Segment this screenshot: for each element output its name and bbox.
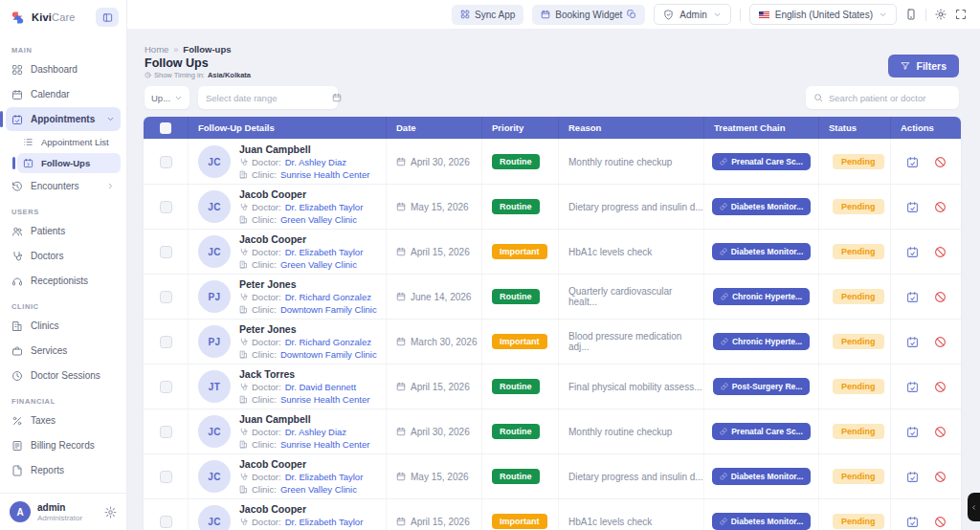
followup-date: April 15, 2026 [411,247,470,257]
sidebar-item-encounters[interactable]: Encounters [6,174,121,198]
sidebar-item-doctor-sessions[interactable]: Doctor Sessions [6,364,121,387]
cancel-icon[interactable] [934,471,947,483]
side-panel-toggle[interactable] [968,493,980,521]
calendar-icon [396,472,406,481]
sidebar-item-receptionists[interactable]: Receptionists [6,269,121,293]
fullscreen-icon[interactable] [955,9,967,20]
clinic-link[interactable]: Green Valley Clinic [280,259,357,270]
row-checkbox[interactable] [160,201,172,213]
filters-button[interactable]: Filters [888,55,959,77]
sidebar-item-reports[interactable]: Reports [6,458,121,482]
treatment-chain-pill[interactable]: Diabetes Monitor... [712,243,812,260]
sidebar-collapse-button[interactable] [96,8,119,27]
row-checkbox[interactable] [160,381,172,393]
reschedule-calendar-icon[interactable] [906,291,919,303]
breadcrumb-home[interactable]: Home [145,44,168,55]
row-checkbox[interactable] [160,246,172,258]
cancel-icon[interactable] [934,381,947,393]
device-icon[interactable] [905,9,917,20]
row-checkbox[interactable] [160,156,172,168]
sidebar-item-services[interactable]: Services [6,339,121,363]
patient-name: Jacob Cooper [239,233,363,245]
reschedule-calendar-icon[interactable] [906,426,919,438]
search-input[interactable] [829,93,955,103]
select-all-checkbox[interactable] [144,117,188,139]
cancel-icon[interactable] [934,426,947,438]
sync-app-button[interactable]: Sync App [452,5,523,25]
treatment-chain-pill[interactable]: Prenatal Care Sc... [712,153,811,170]
sidebar-item-appointment-list[interactable]: Appointment List [17,132,121,152]
doctor-link[interactable]: Dr. Ashley Diaz [285,427,346,437]
doctor-link[interactable]: Dr. Richard Gonzalez [285,292,371,302]
cancel-icon[interactable] [934,291,947,303]
row-checkbox[interactable] [160,516,172,528]
sidebar-user[interactable]: A admin Administrator [0,493,126,530]
doctor-link[interactable]: Dr. Elizabeth Taylor [285,472,364,482]
treatment-chain-pill[interactable]: Prenatal Care Sc... [712,423,811,440]
reschedule-calendar-icon[interactable] [906,336,919,348]
row-checkbox[interactable] [160,291,172,303]
clinic-link[interactable]: Sunrise Health Center [280,169,369,180]
cancel-icon[interactable] [934,156,947,168]
type-filter-select[interactable]: Up... [145,86,189,109]
clinic-link[interactable]: Downtown Family Clinic [280,349,377,360]
sidebar-item-clinics[interactable]: Clinics [6,314,121,338]
reschedule-calendar-icon[interactable] [906,381,919,393]
doctor-link[interactable]: Dr. Elizabeth Taylor [285,247,364,257]
doctor-link[interactable]: Dr. David Bennett [285,382,356,392]
date-range-field[interactable] [198,86,338,109]
treatment-chain-label: Diabetes Monitor... [731,472,804,481]
sidebar-item-follow-ups[interactable]: Follow-Ups [17,153,121,173]
clinic-link[interactable]: Green Valley Clinic [280,214,357,225]
sidebar-item-taxes[interactable]: Taxes [6,409,121,432]
clinic-link[interactable]: Downtown Family Clinic [280,304,377,315]
booking-widget-button[interactable]: Booking Widget [532,5,645,25]
language-dropdown[interactable]: English (United States) [749,4,897,25]
priority-badge: Routine [492,289,540,304]
clinic-link[interactable]: Sunrise Health Center [280,394,369,405]
sidebar-item-appointments[interactable]: Appointments [6,107,121,131]
search-field[interactable] [806,86,959,109]
patient-name: Juan Campbell [239,413,369,425]
treatment-chain-label: Post-Surgery Re... [732,382,803,391]
treatment-chain-pill[interactable]: Chronic Hyperte... [713,288,810,305]
doctor-link[interactable]: Dr. Elizabeth Taylor [285,517,364,527]
reschedule-calendar-icon[interactable] [906,516,919,528]
row-checkbox[interactable] [160,471,172,483]
treatment-chain-pill[interactable]: Diabetes Monitor... [712,513,812,530]
treatment-chain-pill[interactable]: Diabetes Monitor... [712,468,812,485]
building-icon [239,305,248,314]
sidebar-item-label: Follow-Ups [41,158,90,168]
date-range-input[interactable] [206,93,332,103]
row-checkbox[interactable] [160,336,172,348]
sidebar-item-doctors[interactable]: Doctors [6,244,121,268]
sidebar-item-calendar[interactable]: Calendar [6,82,121,106]
cancel-icon[interactable] [934,246,947,258]
reschedule-calendar-icon[interactable] [906,201,919,213]
theme-sun-icon[interactable] [935,9,947,20]
clinic-link[interactable]: Sunrise Health Center [280,439,369,450]
admin-dropdown[interactable]: Admin [654,4,730,25]
doctor-link[interactable]: Dr. Ashley Diaz [285,157,346,167]
status-badge: Pending [833,469,884,484]
cancel-icon[interactable] [934,201,947,213]
reschedule-calendar-icon[interactable] [906,156,919,168]
sidebar-item-billing-records[interactable]: Billing Records [6,433,121,457]
sidebar-item-patients[interactable]: Patients [6,219,121,243]
treatment-chain-pill[interactable]: Diabetes Monitor... [712,198,812,215]
doctor-link[interactable]: Dr. Elizabeth Taylor [285,202,364,212]
treatment-chain-label: Diabetes Monitor... [731,517,804,526]
gear-icon[interactable] [104,506,117,519]
chevron-down-icon [174,94,183,102]
doctor-link[interactable]: Dr. Richard Gonzalez [285,337,371,347]
reschedule-calendar-icon[interactable] [906,246,919,258]
clinic-link[interactable]: Green Valley Clinic [280,484,357,495]
reschedule-calendar-icon[interactable] [906,471,919,483]
treatment-chain-pill[interactable]: Chronic Hyperte... [713,333,810,350]
cancel-icon[interactable] [934,516,947,528]
sidebar-item-dashboard[interactable]: Dashboard [6,57,121,81]
building-icon [239,350,248,359]
treatment-chain-pill[interactable]: Post-Surgery Re... [713,378,811,395]
cancel-icon[interactable] [934,336,947,348]
row-checkbox[interactable] [160,426,172,438]
